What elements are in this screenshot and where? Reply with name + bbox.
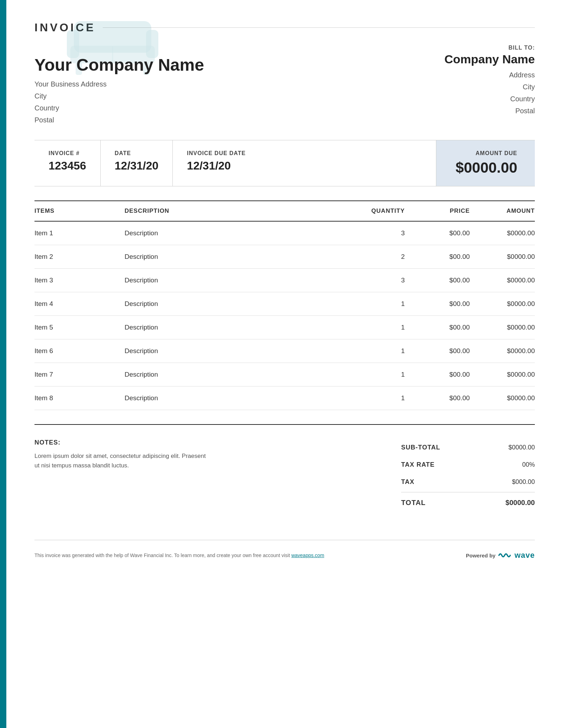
subtotal-label: SUB-TOTAL (401, 444, 440, 451)
item-qty-5: 1 (345, 339, 405, 363)
items-table: ITEMS DESCRIPTION QUANTITY PRICE AMOUNT … (34, 200, 535, 410)
invoice-page: INVOICE (0, 0, 563, 728)
date-label: DATE (115, 150, 159, 157)
notes-label: NOTES: (34, 439, 380, 446)
item-name-4: Item 5 (34, 316, 125, 339)
table-row: Item 3 Description 3 $00.00 $0000.00 (34, 269, 535, 292)
footer-text: This invoice was generated with the help… (34, 553, 324, 558)
col-header-amount: AMOUNT (470, 201, 535, 221)
table-header-row: ITEMS DESCRIPTION QUANTITY PRICE AMOUNT (34, 201, 535, 221)
item-desc-2: Description (125, 269, 345, 292)
item-amount-1: $0000.00 (470, 245, 535, 269)
item-qty-3: 1 (345, 292, 405, 316)
company-postal: Postal (34, 114, 429, 126)
table-row: Item 5 Description 1 $00.00 $0000.00 (34, 316, 535, 339)
wave-icon (498, 551, 512, 560)
item-qty-6: 1 (345, 363, 405, 387)
company-city: City (34, 90, 429, 102)
item-name-2: Item 3 (34, 269, 125, 292)
item-name-0: Item 1 (34, 221, 125, 245)
tax-rate-label: TAX RATE (401, 461, 435, 468)
item-price-3: $00.00 (405, 292, 470, 316)
item-amount-6: $0000.00 (470, 363, 535, 387)
totals-area: SUB-TOTAL $0000.00 TAX RATE 00% TAX $000… (401, 439, 535, 512)
item-desc-7: Description (125, 387, 345, 410)
items-section: ITEMS DESCRIPTION QUANTITY PRICE AMOUNT … (34, 200, 535, 410)
bill-postal: Postal (429, 105, 535, 117)
bill-to-info: BILL TO: Company Name Address City Count… (429, 45, 535, 117)
table-row: Item 2 Description 2 $00.00 $0000.00 (34, 245, 535, 269)
meta-date: DATE 12/31/20 (101, 140, 173, 186)
item-price-6: $00.00 (405, 363, 470, 387)
bill-country: Country (429, 93, 535, 105)
company-name: Your Company Name (34, 55, 429, 75)
col-header-description: DESCRIPTION (125, 201, 345, 221)
item-amount-3: $0000.00 (470, 292, 535, 316)
date-value: 12/31/20 (115, 159, 159, 172)
item-name-7: Item 8 (34, 387, 125, 410)
item-amount-2: $0000.00 (470, 269, 535, 292)
item-amount-4: $0000.00 (470, 316, 535, 339)
item-price-5: $00.00 (405, 339, 470, 363)
bill-city: City (429, 81, 535, 93)
invoice-number-label: INVOICE # (49, 150, 86, 157)
tax-label: TAX (401, 478, 415, 486)
item-desc-1: Description (125, 245, 345, 269)
wave-text: wave (514, 551, 535, 560)
tax-rate-value: 00% (493, 461, 535, 468)
table-row: Item 4 Description 1 $00.00 $0000.00 (34, 292, 535, 316)
table-row: Item 6 Description 1 $00.00 $0000.00 (34, 339, 535, 363)
item-desc-6: Description (125, 363, 345, 387)
notes-area: NOTES: Lorem ipsum dolor sit amet, conse… (34, 439, 401, 470)
item-amount-5: $0000.00 (470, 339, 535, 363)
bill-to-label: BILL TO: (429, 45, 535, 51)
meta-invoice-number: INVOICE # 123456 (34, 140, 101, 186)
item-price-7: $00.00 (405, 387, 470, 410)
col-header-quantity: QUANTITY (345, 201, 405, 221)
meta-left: INVOICE # 123456 DATE 12/31/20 INVOICE D… (34, 140, 436, 186)
subtotal-value: $0000.00 (493, 444, 535, 451)
accent-bar (0, 0, 6, 728)
col-header-items: ITEMS (34, 201, 125, 221)
item-qty-1: 2 (345, 245, 405, 269)
meta-amount-due: AMOUNT DUE $0000.00 (436, 140, 535, 186)
item-qty-0: 3 (345, 221, 405, 245)
title-divider-line (103, 27, 535, 28)
footer-link[interactable]: waveapps.com (291, 553, 324, 558)
footer-section: NOTES: Lorem ipsum dolor sit amet, conse… (34, 424, 535, 512)
item-desc-3: Description (125, 292, 345, 316)
header-section: Your Company Name Your Business Address … (34, 45, 535, 126)
meta-due-date: INVOICE DUE DATE 12/31/20 (173, 140, 260, 186)
item-name-3: Item 4 (34, 292, 125, 316)
company-country: Country (34, 102, 429, 114)
invoice-title-row: INVOICE (34, 21, 535, 34)
wave-logo: Powered by wave (466, 551, 535, 560)
footer-text-content: This invoice was generated with the help… (34, 553, 290, 558)
item-desc-5: Description (125, 339, 345, 363)
item-name-6: Item 7 (34, 363, 125, 387)
tax-value: $000.00 (493, 478, 535, 486)
table-row: Item 1 Description 3 $00.00 $0000.00 (34, 221, 535, 245)
table-row: Item 8 Description 1 $00.00 $0000.00 (34, 387, 535, 410)
bottom-bar: This invoice was generated with the help… (34, 540, 535, 567)
company-info: Your Company Name Your Business Address … (34, 45, 429, 126)
item-qty-2: 3 (345, 269, 405, 292)
total-row-final: TOTAL $0000.00 (401, 492, 535, 512)
item-price-1: $00.00 (405, 245, 470, 269)
bill-company-name: Company Name (429, 52, 535, 66)
total-label: TOTAL (401, 499, 426, 507)
tax-row: TAX $000.00 (401, 473, 535, 491)
invoice-title: INVOICE (34, 21, 96, 34)
amount-due-label: AMOUNT DUE (454, 150, 517, 157)
total-value: $0000.00 (493, 499, 535, 507)
item-qty-4: 1 (345, 316, 405, 339)
invoice-meta-section: INVOICE # 123456 DATE 12/31/20 INVOICE D… (34, 140, 535, 186)
item-desc-4: Description (125, 316, 345, 339)
notes-text: Lorem ipsum dolor sit amet, consectetur … (34, 451, 210, 470)
tax-rate-row: TAX RATE 00% (401, 456, 535, 473)
due-date-label: INVOICE DUE DATE (187, 150, 246, 157)
invoice-number-value: 123456 (49, 159, 86, 172)
item-amount-7: $0000.00 (470, 387, 535, 410)
due-date-value: 12/31/20 (187, 159, 246, 172)
item-qty-7: 1 (345, 387, 405, 410)
